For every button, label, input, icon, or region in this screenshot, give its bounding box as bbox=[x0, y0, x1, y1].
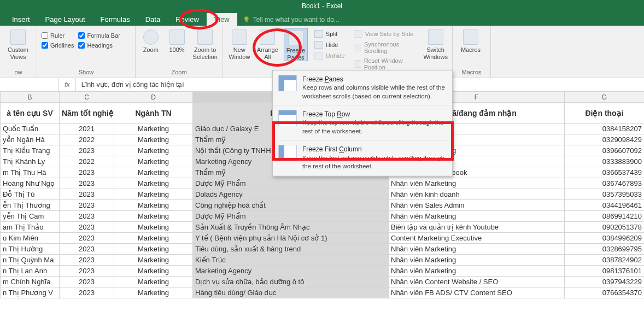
cell[interactable]: Marketing bbox=[114, 156, 193, 167]
cell[interactable]: Dolads Agency bbox=[193, 189, 389, 200]
header-grad-year[interactable]: Năm tốt nghiệp bbox=[60, 103, 114, 124]
header-major[interactable]: Ngành TN bbox=[114, 103, 193, 124]
tab-page-layout[interactable]: Page Layout bbox=[38, 13, 93, 26]
cell[interactable]: Marketing Agency bbox=[193, 266, 389, 277]
cell[interactable]: Nhân viên Marketing bbox=[389, 244, 565, 255]
cell[interactable]: Hàng tiêu dùng/ Giáo dục bbox=[193, 287, 389, 298]
cell[interactable]: Marketing bbox=[114, 287, 193, 298]
checkbox-ruler[interactable]: Ruler bbox=[42, 32, 74, 39]
cell[interactable]: Sản Xuất & Truyền Thông Âm Nhạc bbox=[193, 222, 389, 233]
freeze-panes-option[interactable]: Freeze Panes Keep rows and columns visib… bbox=[273, 71, 452, 105]
cell[interactable]: 0981376101 bbox=[565, 266, 645, 277]
cell[interactable]: Marketing bbox=[114, 167, 193, 178]
cell[interactable]: 2023 bbox=[60, 233, 114, 244]
zoom-100-button[interactable]: 100% bbox=[166, 28, 188, 54]
cell[interactable]: 0328699795 bbox=[565, 244, 645, 255]
cell[interactable]: 0333883900 bbox=[565, 156, 645, 167]
cell[interactable]: 0396607092 bbox=[565, 145, 645, 156]
cell[interactable]: 0384158207 bbox=[565, 124, 645, 134]
freeze-first-column-option[interactable]: Freeze First Column Keep the first colum… bbox=[273, 140, 452, 175]
arrange-all-button[interactable]: Arrange All bbox=[256, 28, 280, 60]
cell[interactable]: Công nghiệp hoá chất bbox=[193, 200, 389, 211]
col-header-D[interactable]: D bbox=[114, 92, 193, 103]
hide-button[interactable]: Hide bbox=[312, 40, 347, 50]
cell[interactable]: Marketing bbox=[114, 277, 193, 287]
unhide-button[interactable]: Unhide bbox=[312, 51, 347, 61]
cell[interactable]: Marketing bbox=[114, 189, 193, 200]
cell[interactable]: 2021 bbox=[60, 124, 114, 134]
cell[interactable]: Dịch vụ sửa chữa, bảo dưỡng ô tô bbox=[193, 277, 389, 287]
tab-review[interactable]: Review bbox=[168, 13, 207, 26]
cell[interactable]: Hoàng Như Ngọ bbox=[1, 178, 60, 189]
col-header-B[interactable]: B bbox=[1, 92, 60, 103]
switch-windows-button[interactable]: Switch Windows bbox=[423, 28, 448, 60]
reset-window-button[interactable]: Reset Window Position bbox=[352, 56, 419, 72]
sync-scrolling-button[interactable]: Synchronous Scrolling bbox=[352, 40, 419, 55]
cell[interactable]: 2022 bbox=[60, 134, 114, 145]
cell[interactable]: n Thị Hường bbox=[1, 244, 60, 255]
cell[interactable]: Nhân viên kinh doanh bbox=[389, 189, 565, 200]
cell[interactable]: Biên tập và quản trị kênh Youtube bbox=[389, 222, 565, 233]
cell[interactable]: 2023 bbox=[60, 189, 114, 200]
header-name[interactable]: à tên cựu SV bbox=[1, 103, 60, 124]
cell[interactable]: Marketing bbox=[114, 233, 193, 244]
tab-insert[interactable]: Insert bbox=[4, 13, 38, 26]
cell[interactable]: Đỗ Thị Tú bbox=[1, 189, 60, 200]
cell[interactable]: Tiêu dùng, sản xuất & hàng trend bbox=[193, 244, 389, 255]
freeze-panes-button[interactable]: Freeze Panes bbox=[284, 28, 308, 61]
cell[interactable]: Marketing bbox=[114, 178, 193, 189]
cell[interactable]: 0367467893 bbox=[565, 178, 645, 189]
tab-data[interactable]: Data bbox=[138, 13, 168, 26]
cell[interactable]: Marketing bbox=[114, 200, 193, 211]
cell[interactable]: ễn Thị Thương bbox=[1, 200, 60, 211]
fx-icon[interactable]: fx bbox=[59, 78, 76, 91]
cell[interactable]: Nhân viên Content Website / SEO bbox=[389, 277, 565, 287]
cell[interactable]: Kiến Trúc bbox=[193, 255, 389, 266]
cell[interactable]: Marketing bbox=[114, 222, 193, 233]
cell[interactable]: yễn Thị Cam bbox=[1, 211, 60, 222]
cell[interactable]: 2023 bbox=[60, 200, 114, 211]
cell[interactable]: Marketing bbox=[114, 244, 193, 255]
col-header-G[interactable]: G bbox=[565, 92, 645, 103]
checkbox-gridlines[interactable]: Gridlines bbox=[42, 42, 74, 49]
cell[interactable]: Nhân viên FB ADS/ CTV Content SEO bbox=[389, 287, 565, 298]
split-button[interactable]: Split bbox=[312, 29, 347, 39]
tell-me-search[interactable]: Tell me what you want to do... bbox=[237, 14, 345, 26]
new-window-button[interactable]: New Window bbox=[227, 28, 251, 60]
cell[interactable]: Marketing bbox=[114, 266, 193, 277]
zoom-button[interactable]: Zoom bbox=[140, 28, 162, 54]
checkbox-formula-bar[interactable]: Formula Bar bbox=[78, 32, 120, 39]
cell[interactable]: 0366537439 bbox=[565, 167, 645, 178]
cell[interactable]: Thị Kiều Trang bbox=[1, 145, 60, 156]
cell[interactable]: Marketing bbox=[114, 255, 193, 266]
cell[interactable]: Nhân viên Marketing bbox=[389, 211, 565, 222]
cell[interactable]: m Chính Nghĩa bbox=[1, 277, 60, 287]
formula-bar-value[interactable]: Lĩnh vực, đơn vị công tác hiện tại bbox=[76, 80, 189, 89]
cell[interactable]: o Kim Miên bbox=[1, 233, 60, 244]
cell[interactable]: Y tế ( Bệnh viện phụ sản Hà Nội cơ sở 1) bbox=[193, 233, 389, 244]
cell[interactable]: 2023 bbox=[60, 255, 114, 266]
cell[interactable]: Marketing bbox=[114, 124, 193, 134]
cell[interactable]: Dược Mỹ Phẩm bbox=[193, 178, 389, 189]
cell[interactable]: 0344196461 bbox=[565, 200, 645, 211]
cell[interactable]: n Thị Quỳnh Ma bbox=[1, 255, 60, 266]
cell[interactable]: m Thị Thu Hà bbox=[1, 167, 60, 178]
cell[interactable]: 0384996209 bbox=[565, 233, 645, 244]
zoom-to-selection-button[interactable]: Zoom to Selection bbox=[192, 28, 218, 60]
freeze-top-row-option[interactable]: Freeze Top Row Keep the top row visible … bbox=[273, 105, 452, 140]
cell[interactable]: 2023 bbox=[60, 277, 114, 287]
cell[interactable]: 0329098429 bbox=[565, 134, 645, 145]
cell[interactable]: 2023 bbox=[60, 178, 114, 189]
header-phone[interactable]: Điện thoại bbox=[565, 103, 645, 124]
cell[interactable]: 0869914210 bbox=[565, 211, 645, 222]
cell[interactable]: 2023 bbox=[60, 266, 114, 277]
cell[interactable]: Nhân viên Marketing bbox=[389, 178, 565, 189]
cell[interactable]: Content Marketing Executive bbox=[389, 233, 565, 244]
cell[interactable]: 0357395033 bbox=[565, 189, 645, 200]
cell[interactable]: Nhân viên Sales Admin bbox=[389, 200, 565, 211]
tab-view[interactable]: View bbox=[207, 13, 237, 26]
cell[interactable]: Marketing bbox=[114, 211, 193, 222]
cell[interactable]: am Thị Thảo bbox=[1, 222, 60, 233]
cell[interactable]: Nhân viên Marketing bbox=[389, 266, 565, 277]
macros-button[interactable]: Macros bbox=[457, 28, 484, 54]
